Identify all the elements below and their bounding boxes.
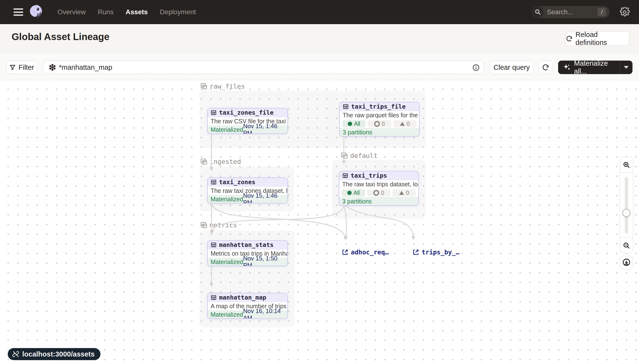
clear-query-button[interactable]: Clear query	[490, 60, 533, 74]
materialization-timestamp[interactable]: Nov 15, 1:46 PM	[243, 122, 284, 134]
ring-icon	[373, 190, 379, 196]
status-badge: Materialized	[211, 311, 243, 318]
triangle-icon	[399, 191, 404, 195]
materialization-timestamp[interactable]: Nov 15, 1:46 PM	[243, 192, 284, 204]
asset-node-taxi-zones-file[interactable]: taxi_zones_file The raw CSV file for the…	[207, 108, 288, 134]
group-tables-icon	[341, 152, 348, 159]
lineage-canvas[interactable]: raw_files ingested default metrics	[0, 80, 639, 364]
dagster-logo-icon[interactable]	[29, 4, 44, 20]
group-name: metrics	[210, 221, 237, 229]
status-badge: Materialized	[211, 258, 243, 266]
asset-name: taxi_zones_file	[219, 109, 274, 116]
materialization-timestamp[interactable]: Nov 15, 1:50 PM	[243, 255, 284, 266]
external-asset-name: adhoc_req…	[351, 248, 389, 256]
group-name: raw_files	[210, 82, 245, 90]
partitions-footer[interactable]: 3 partitions	[339, 197, 418, 205]
table-icon	[343, 104, 349, 110]
asset-description: The raw parquet files for the taxi trips…	[340, 111, 419, 120]
asset-node-taxi-trips-file[interactable]: taxi_trips_file The raw parquet files fo…	[339, 102, 419, 136]
page-title: Global Asset Lineage	[12, 32, 109, 42]
partitions-failed-pill[interactable]: 0	[367, 189, 390, 196]
asset-node-taxi-zones[interactable]: taxi_zones The raw taxi zones dataset, l…	[207, 178, 288, 204]
group-label-ingested[interactable]: ingested	[200, 158, 241, 165]
partitions-footer[interactable]: 3 partitions	[340, 128, 419, 136]
download-image-button[interactable]	[620, 256, 633, 270]
asset-name: taxi_trips	[351, 172, 387, 179]
materialization-timestamp[interactable]: Nov 16, 10:14 AM	[243, 308, 284, 319]
asset-description: The raw taxi trips dataset, loaded into …	[339, 180, 418, 188]
materialize-all-button[interactable]: Materialize all...	[558, 60, 632, 74]
filter-button[interactable]: Filter	[6, 60, 37, 74]
download-icon	[622, 258, 631, 267]
status-badge: Materialized	[211, 126, 243, 133]
partitions-all-pill[interactable]: All	[342, 120, 366, 128]
asset-node-taxi-trips[interactable]: taxi_trips The raw taxi trips dataset, l…	[339, 171, 419, 206]
filter-funnel-icon	[10, 64, 16, 70]
search-placeholder: Search...	[547, 8, 597, 16]
table-icon	[211, 110, 217, 116]
status-badge: Materialized	[211, 196, 243, 203]
partitions-missing-pill[interactable]: 0	[392, 189, 416, 196]
table-icon	[342, 172, 348, 178]
zoom-out-button[interactable]	[620, 238, 633, 253]
lineage-toolbar: Filter *manhattan_map Clear query	[0, 53, 639, 80]
materialize-all-label: Materialize all...	[574, 60, 620, 75]
reload-icon	[566, 35, 572, 42]
asset-selection-value: *manhattan_map	[59, 64, 112, 72]
asset-selection-input[interactable]: *manhattan_map	[43, 60, 484, 74]
group-label-default[interactable]: default	[341, 152, 378, 159]
external-asset-trips-by[interactable]: trips_by_…	[412, 248, 460, 256]
materialize-dropdown-caret[interactable]	[620, 66, 632, 69]
green-dot-icon	[347, 191, 352, 195]
refresh-icon	[542, 64, 549, 71]
table-icon	[211, 179, 217, 185]
group-tables-icon	[200, 158, 207, 165]
asset-name: taxi_zones	[219, 178, 256, 186]
asset-name: manhattan_stats	[219, 242, 274, 248]
dagster-app: Overview Runs Assets Deployment Search..…	[0, 0, 639, 364]
link-slash-icon	[12, 350, 19, 358]
group-name: default	[350, 152, 378, 159]
reload-label: Reload definitions	[575, 31, 629, 46]
search-icon	[532, 6, 544, 18]
external-asset-adhoc-request[interactable]: adhoc_req…	[342, 248, 389, 256]
partitions-failed-pill[interactable]: 0	[368, 120, 391, 128]
menu-icon[interactable]	[14, 8, 23, 16]
zoom-slider[interactable]	[620, 172, 633, 238]
query-info-icon[interactable]	[472, 64, 480, 72]
group-label-raw-files[interactable]: raw_files	[200, 82, 245, 90]
search-input[interactable]: Search... /	[532, 6, 609, 18]
filter-label: Filter	[19, 64, 34, 72]
group-label-metrics[interactable]: metrics	[200, 221, 237, 229]
asset-name: manhattan_map	[219, 294, 266, 301]
group-tables-icon	[200, 222, 207, 228]
clear-query-label: Clear query	[494, 64, 530, 72]
partitions-all-pill[interactable]: All	[342, 189, 365, 196]
external-link-icon	[412, 249, 419, 256]
reload-definitions-button[interactable]: Reload definitions	[565, 32, 629, 46]
asset-node-manhattan-map[interactable]: manhattan_map A map of the number of tri…	[207, 293, 288, 319]
zoom-in-button[interactable]	[620, 158, 633, 172]
nav-item-deployment[interactable]: Deployment	[160, 8, 196, 16]
refresh-graph-button[interactable]	[539, 60, 552, 74]
asset-name: taxi_trips_file	[351, 103, 406, 110]
chevron-down-icon	[624, 66, 628, 69]
ring-icon	[374, 121, 380, 127]
zoom-slider-handle[interactable]	[622, 209, 630, 217]
asset-node-manhattan-stats[interactable]: manhattan_stats Metrics on taxi trips in…	[207, 240, 288, 266]
nav-item-assets[interactable]: Assets	[126, 8, 148, 16]
url-status-badge: localhost:3000/assets	[8, 348, 101, 360]
nav-links: Overview Runs Assets Deployment	[58, 8, 196, 16]
nav-item-runs[interactable]: Runs	[98, 8, 114, 16]
green-dot-icon	[348, 122, 352, 126]
zoom-slider-track[interactable]	[625, 177, 628, 234]
table-icon	[211, 294, 217, 300]
url-text: localhost:3000/assets	[22, 350, 95, 358]
triangle-icon	[400, 122, 405, 126]
top-nav: Overview Runs Assets Deployment Search..…	[0, 0, 639, 24]
settings-gear-icon[interactable]	[620, 7, 630, 17]
page-header: Global Asset Lineage Reload definitions	[0, 24, 639, 53]
zoom-controls	[620, 157, 633, 253]
partitions-missing-pill[interactable]: 0	[393, 120, 417, 128]
nav-item-overview[interactable]: Overview	[58, 8, 86, 16]
